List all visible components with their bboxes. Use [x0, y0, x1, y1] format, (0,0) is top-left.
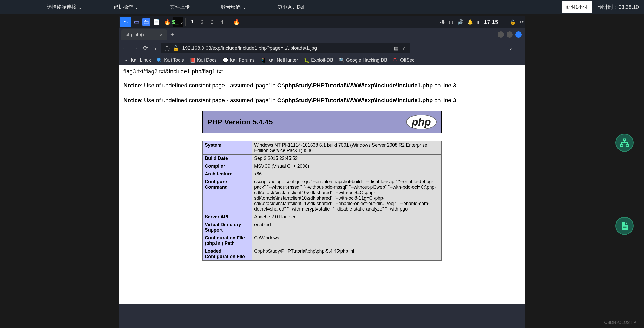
- vm-viewport: ⤳ ▭ 🗀 📄 🔥 $_⌄ 1 2 3 4 🔥 拼 ▢ 🔊: [0, 14, 644, 328]
- kali-menu-icon[interactable]: ⤳: [120, 17, 131, 27]
- phpinfo-value: Apache 2.0 Handler: [252, 213, 442, 221]
- clock[interactable]: 17:15: [484, 19, 498, 25]
- new-tab-button[interactable]: +: [170, 31, 174, 38]
- close-tab-icon[interactable]: ×: [160, 32, 163, 38]
- phpinfo-key: System: [203, 141, 252, 155]
- chevron-down-icon: ⌄: [242, 4, 246, 10]
- close-window-button[interactable]: [515, 31, 522, 38]
- app-firefox-icon[interactable]: 🔥: [162, 17, 172, 27]
- phpinfo-value: MSVC9 (Visual C++ 2008): [252, 162, 442, 170]
- phpinfo-table: SystemWindows NT PI-11114-101638 6.1 bui…: [202, 141, 442, 261]
- phpinfo-row: Virtual Directory Supportenabled: [203, 221, 442, 234]
- bookmark-kali-forums[interactable]: 💬Kali Forums: [222, 57, 255, 63]
- page-content: flag3.txt/flag2.txt&include1.php/flag1.t…: [119, 65, 525, 304]
- tab-title: phpinfo(): [126, 32, 144, 37]
- browser-nav-bar: ← → ⟳ ⌂ ◯ 🔓 192.168.0.63/exp/include/inc…: [119, 41, 525, 55]
- phpinfo-key: Server API: [203, 213, 252, 221]
- phpinfo-value: Windows NT PI-11114-101638 6.1 build 760…: [252, 141, 442, 155]
- network-icon: [620, 138, 629, 147]
- workspace-3[interactable]: 3: [207, 17, 217, 27]
- bookmark-ghdb[interactable]: 🔍Google Hacking DB: [339, 57, 387, 63]
- flag-output: flag3.txt/flag2.txt&include1.php/flag1.t…: [123, 68, 521, 75]
- screen-icon[interactable]: ▢: [449, 19, 453, 25]
- floating-side-buttons: [615, 134, 634, 235]
- reload-button[interactable]: ⟳: [143, 45, 148, 51]
- bookmark-star-icon[interactable]: ☆: [402, 45, 406, 51]
- ghdb-icon: 🔍: [339, 57, 344, 63]
- countdown: 倒计时：03:38:10: [598, 4, 639, 11]
- offsec-icon: 🛡: [393, 57, 398, 63]
- top-right: 延时1小时 倒计时：03:38:10: [562, 1, 639, 13]
- phpinfo-row: Configuration File (php.ini) PathC:\Wind…: [203, 234, 442, 247]
- exploit-icon: 🐛: [304, 57, 309, 63]
- workspace-2[interactable]: 2: [198, 17, 207, 27]
- phpinfo-header: PHP Version 5.4.45 php: [202, 111, 442, 133]
- window-controls: [498, 31, 525, 38]
- phpinfo-key: Configure Command: [203, 178, 252, 213]
- phpinfo-key: Architecture: [203, 170, 252, 178]
- php-notice-2: Notice: Use of undefined constant page -…: [123, 96, 521, 104]
- reader-mode-icon[interactable]: ▤: [394, 45, 398, 51]
- workspace-4[interactable]: 4: [217, 17, 227, 27]
- delay-button[interactable]: 延时1小时: [562, 1, 592, 13]
- home-button[interactable]: ⌂: [153, 45, 156, 51]
- app-text-icon[interactable]: 📄: [151, 17, 161, 27]
- svg-rect-1: [621, 145, 623, 147]
- bookmark-kali-linux[interactable]: ⤳Kali Linux: [123, 57, 151, 63]
- browser-tab[interactable]: phpinfo() ×: [121, 29, 167, 40]
- bookmark-offsec[interactable]: 🛡OffSec: [393, 57, 415, 63]
- app-terminal-icon[interactable]: $_⌄: [173, 17, 183, 27]
- phpinfo-value: Sep 2 2015 23:45:53: [252, 155, 442, 162]
- svg-rect-3: [623, 226, 627, 226]
- forward-button[interactable]: →: [133, 45, 139, 51]
- minimize-button[interactable]: [498, 31, 504, 38]
- top-menu: 选择终端连接⌄ 靶机操作⌄ 文件上传 账号密码⌄ Ctrl+Alt+Del: [31, 4, 320, 10]
- volume-icon[interactable]: 🔊: [457, 19, 463, 25]
- maximize-button[interactable]: [507, 31, 513, 38]
- back-button[interactable]: ←: [122, 45, 128, 51]
- menu-ctrl-alt-del[interactable]: Ctrl+Alt+Del: [262, 4, 320, 10]
- taskbar-firefox-running[interactable]: 🔥: [231, 17, 241, 27]
- notifications-icon[interactable]: 🔔: [467, 19, 473, 25]
- phpinfo-row: Loaded Configuration FileC:\phpStudy\PHP…: [203, 247, 442, 261]
- bookmark-exploit-db[interactable]: 🐛Exploit-DB: [304, 57, 333, 63]
- php-notice-1: Notice: Use of undefined constant page -…: [123, 81, 521, 90]
- phpinfo-key: Compiler: [203, 162, 252, 170]
- power-icon[interactable]: ⟳: [520, 19, 524, 25]
- kali-icon: ⤳: [123, 57, 129, 63]
- browser-tab-bar: phpinfo() × +: [119, 28, 525, 41]
- watermark: CSDN @LOST P: [604, 320, 636, 325]
- bookmark-kali-tools[interactable]: 🛠Kali Tools: [157, 57, 184, 63]
- menu-credentials[interactable]: 账号密码⌄: [205, 4, 262, 10]
- lock-icon[interactable]: 🔒: [510, 19, 516, 25]
- app-files-icon[interactable]: 🗀: [142, 18, 150, 26]
- menu-upload[interactable]: 文件上传: [154, 4, 205, 10]
- app-desktop-icon[interactable]: ▭: [131, 17, 142, 27]
- phpinfo-row: Configure Commandcscript /nologo configu…: [203, 178, 442, 213]
- bookmark-nethunter[interactable]: 📱Kali NetHunter: [260, 57, 298, 63]
- phpinfo-key: Virtual Directory Support: [203, 221, 252, 234]
- hamburger-menu-icon[interactable]: ≡: [518, 45, 522, 51]
- url-text: 192.168.0.63/exp/include/include1.php?pa…: [182, 45, 317, 51]
- menu-connection[interactable]: 选择终端连接⌄: [31, 4, 98, 10]
- pocket-icon[interactable]: ⌄: [508, 45, 513, 51]
- phpinfo-value: cscript /nologo configure.js "--enable-s…: [252, 178, 442, 213]
- menu-target[interactable]: 靶机操作⌄: [98, 4, 154, 10]
- address-bar[interactable]: ◯ 🔓 192.168.0.63/exp/include/include1.ph…: [161, 43, 410, 53]
- ime-indicator[interactable]: 拼: [440, 19, 445, 25]
- svg-rect-2: [626, 145, 628, 147]
- phpinfo-value: C:\Windows: [252, 234, 442, 247]
- phpinfo-key: Build Date: [203, 155, 252, 162]
- phpinfo-value: x86: [252, 170, 442, 178]
- topology-button[interactable]: [615, 134, 634, 152]
- bookmark-kali-docs[interactable]: 📕Kali Docs: [190, 57, 217, 63]
- battery-icon[interactable]: ▮: [477, 19, 480, 25]
- workspace-1[interactable]: 1: [188, 17, 197, 27]
- insecure-lock-icon: 🔓: [173, 45, 179, 51]
- svg-rect-4: [623, 227, 627, 228]
- document-button[interactable]: [615, 217, 634, 235]
- nethunter-icon: 📱: [260, 57, 266, 63]
- php-version-title: PHP Version 5.4.45: [207, 118, 273, 126]
- phpinfo-row: CompilerMSVC9 (Visual C++ 2008): [203, 162, 442, 170]
- chevron-down-icon: ⌄: [78, 4, 82, 10]
